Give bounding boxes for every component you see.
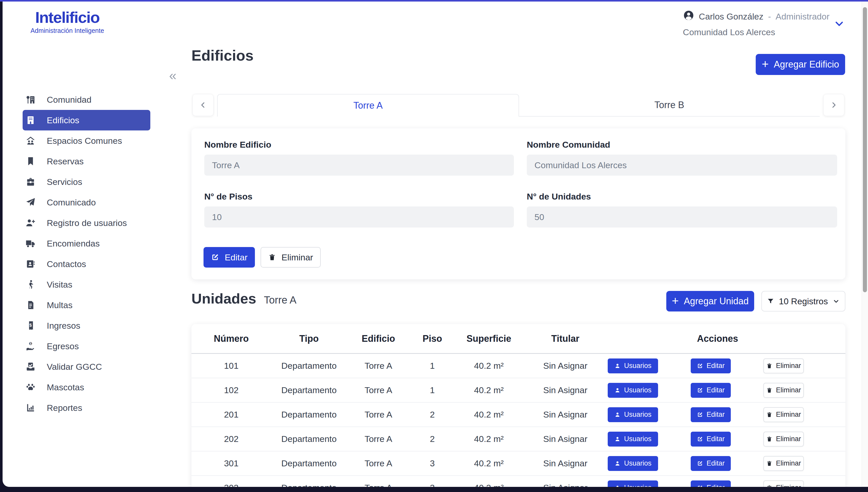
sidebar-item-comunidad[interactable]: Comunidad	[23, 89, 150, 110]
field-label-nombre-comunidad: Nombre Comunidad	[527, 140, 610, 150]
row-users-button[interactable]: Usuarios	[608, 407, 658, 422]
row-delete-label: Eliminar	[776, 459, 801, 467]
person-icon	[614, 485, 620, 487]
table-row: 101 Departamento Torre A 1 40.2 m² Sin A…	[191, 354, 845, 378]
cell-edificio: Torre A	[347, 458, 410, 468]
pisos-input[interactable]: 10	[204, 206, 514, 227]
tabs-prev-button[interactable]	[192, 94, 213, 116]
row-users-button[interactable]: Usuarios	[608, 481, 658, 487]
vertical-scrollbar[interactable]	[862, 2, 868, 487]
row-edit-button[interactable]: Editar	[691, 383, 731, 398]
records-filter-label: 10 Registros	[779, 296, 828, 306]
tab-torre-b[interactable]: Torre B	[519, 94, 820, 116]
cell-titular: Sin Asignar	[523, 458, 608, 468]
sidebar-item-reportes[interactable]: Reportes	[23, 397, 150, 418]
house-people-icon	[25, 135, 36, 146]
cell-titular: Sin Asignar	[523, 483, 608, 487]
sidebar-item-validar-ggcc[interactable]: Validar GGCC	[23, 356, 150, 377]
row-users-button[interactable]: Usuarios	[608, 456, 658, 471]
row-delete-button[interactable]: Eliminar	[764, 456, 804, 471]
add-building-button[interactable]: + Agregar Edificio	[756, 54, 845, 75]
sidebar-item-reservas[interactable]: Reservas	[23, 151, 150, 172]
row-users-button[interactable]: Usuarios	[608, 432, 658, 446]
row-users-button[interactable]: Usuarios	[608, 383, 658, 398]
sidebar-item-espacios-comunes[interactable]: Espacios Comunes	[23, 130, 150, 151]
row-delete-button[interactable]: Eliminar	[764, 383, 804, 398]
user-menu[interactable]: Carlos González - Administrador Comunida…	[683, 10, 829, 37]
tab-torre-a[interactable]: Torre A	[217, 94, 519, 117]
sidebar-item-registro-usuarios[interactable]: Registro de usuarios	[23, 213, 150, 233]
cell-piso: 3	[410, 483, 455, 487]
row-delete-label: Eliminar	[776, 411, 801, 419]
chevron-down-icon[interactable]	[834, 19, 844, 29]
building-icon	[25, 115, 36, 126]
tabs-next-button[interactable]	[823, 94, 844, 116]
chevron-left-icon	[199, 101, 207, 109]
cell-acciones: Usuarios Editar Eliminar	[608, 481, 845, 487]
sidebar-item-multas[interactable]: Multas	[23, 295, 150, 315]
sidebar-item-label: Servicios	[47, 177, 82, 187]
pencil-square-icon	[697, 363, 703, 369]
cell-superficie: 40.2 m²	[455, 483, 523, 487]
table-row: 102 Departamento Torre A 1 40.2 m² Sin A…	[191, 378, 845, 403]
sidebar-item-edificios[interactable]: Edificios	[23, 110, 150, 130]
row-users-label: Usuarios	[624, 362, 652, 370]
row-edit-button[interactable]: Editar	[691, 456, 731, 471]
row-edit-label: Editar	[707, 435, 725, 443]
row-delete-button[interactable]: Eliminar	[764, 407, 804, 422]
sidebar-collapse-icon[interactable]: «	[169, 69, 177, 82]
row-delete-button[interactable]: Eliminar	[764, 359, 804, 373]
cell-numero: 201	[191, 410, 271, 420]
row-delete-button[interactable]: Eliminar	[764, 481, 804, 487]
trash-icon	[766, 436, 772, 442]
add-unit-button[interactable]: + Agregar Unidad	[666, 291, 754, 312]
row-users-label: Usuarios	[624, 484, 652, 487]
cell-numero: 102	[191, 385, 271, 395]
sidebar-item-servicios[interactable]: Servicios	[23, 172, 150, 192]
unidades-input[interactable]: 50	[527, 206, 837, 227]
edit-building-button[interactable]: Editar	[204, 247, 255, 268]
sidebar-item-egresos[interactable]: $ Egresos	[23, 336, 150, 356]
cell-superficie: 40.2 m²	[455, 361, 523, 371]
row-edit-label: Editar	[707, 386, 725, 394]
delete-building-button[interactable]: Eliminar	[261, 247, 321, 268]
cell-acciones: Usuarios Editar Eliminar	[608, 407, 845, 422]
cell-tipo: Departamento	[271, 385, 347, 395]
sidebar-item-comunicado[interactable]: Comunicado	[23, 192, 150, 213]
nombre-comunidad-input[interactable]: Comunidad Los Alerces	[527, 154, 837, 176]
sidebar-item-label: Visitas	[47, 280, 72, 290]
records-filter-dropdown[interactable]: 10 Registros	[761, 291, 845, 312]
user-name: Carlos González	[699, 11, 764, 22]
sidebar-item-ingresos[interactable]: $ Ingresos	[23, 315, 150, 336]
paw-icon	[25, 382, 36, 393]
row-delete-button[interactable]: Eliminar	[764, 432, 804, 446]
col-header-edificio: Edificio	[347, 333, 410, 344]
cell-tipo: Departamento	[271, 361, 347, 371]
scrollbar-thumb[interactable]	[863, 7, 867, 292]
sidebar-item-label: Encomiendas	[47, 239, 100, 249]
col-header-numero: Número	[191, 333, 271, 344]
trash-icon	[766, 461, 772, 467]
building-tabs: Torre A Torre B	[191, 94, 845, 117]
row-edit-button[interactable]: Editar	[691, 407, 731, 422]
units-table: Número Tipo Edificio Piso Superficie Tit…	[191, 324, 845, 487]
row-edit-button[interactable]: Editar	[691, 359, 731, 373]
sidebar-item-encomiendas[interactable]: Encomiendas	[23, 233, 150, 254]
page-title: Edificios	[191, 47, 254, 64]
contact-card-icon	[25, 259, 36, 269]
row-users-button[interactable]: Usuarios	[608, 359, 658, 373]
brand-logo: Intelificio Administración Inteligente	[21, 8, 114, 34]
nombre-edificio-input[interactable]: Torre A	[204, 154, 514, 176]
sidebar-item-contactos[interactable]: Contactos	[23, 254, 150, 274]
row-edit-label: Editar	[707, 411, 725, 419]
sidebar-item-mascotas[interactable]: Mascotas	[23, 377, 150, 397]
col-header-titular: Titular	[523, 333, 608, 344]
row-edit-button[interactable]: Editar	[691, 481, 731, 487]
document-icon	[25, 300, 36, 311]
row-edit-label: Editar	[707, 484, 725, 487]
row-users-label: Usuarios	[624, 411, 652, 419]
sidebar-item-visitas[interactable]: Visitas	[23, 274, 150, 295]
trash-icon	[766, 485, 772, 487]
cell-piso: 1	[410, 361, 455, 371]
row-edit-button[interactable]: Editar	[691, 432, 731, 446]
